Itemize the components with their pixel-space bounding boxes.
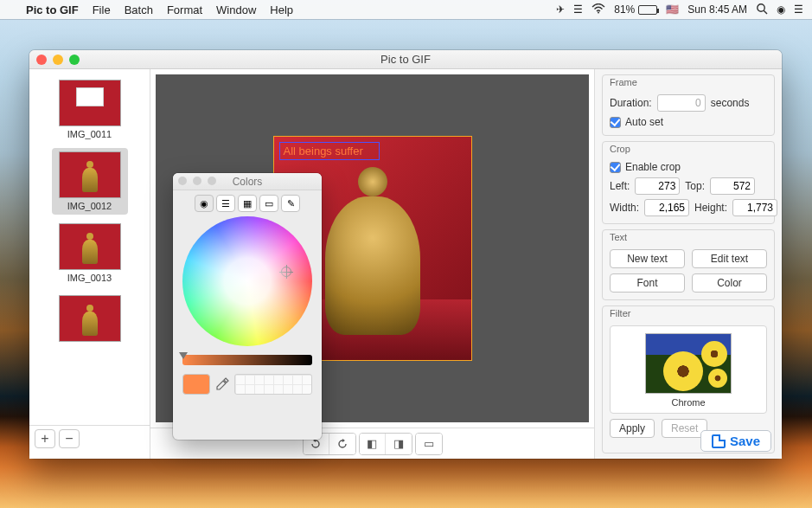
- brightness-knob[interactable]: [179, 352, 188, 359]
- window-close-button[interactable]: [36, 55, 47, 65]
- spotlight-icon[interactable]: [756, 3, 768, 17]
- menubar-plane-icon[interactable]: ✈︎: [556, 3, 565, 16]
- thumb-image: [59, 223, 121, 270]
- app-menu[interactable]: Pic to GIF: [26, 3, 79, 16]
- filter-panel-title: Filter: [603, 306, 774, 320]
- crop-left-field[interactable]: [635, 177, 680, 195]
- duration-field[interactable]: [657, 94, 706, 112]
- window-zoom-button[interactable]: [69, 55, 80, 65]
- photo-subject: [325, 196, 420, 335]
- crop-height-field[interactable]: [732, 199, 777, 216]
- add-image-button[interactable]: +: [35, 429, 55, 448]
- menubar-wifi-icon[interactable]: [591, 3, 605, 16]
- crop-panel: Crop Enable crop Left: Top: Width: Heigh…: [602, 141, 775, 224]
- thumb-item[interactable]: IMG_0011: [52, 76, 128, 143]
- crop-top-label: Top:: [685, 180, 705, 192]
- autoset-label: Auto set: [625, 116, 663, 128]
- color-wheel[interactable]: [182, 216, 312, 346]
- menubar-clock[interactable]: Sun 8:45 AM: [687, 3, 747, 16]
- wheel-tab-icon[interactable]: ◉: [195, 195, 214, 212]
- siri-icon[interactable]: ◉: [777, 3, 785, 16]
- palette-tab-icon[interactable]: ▦: [238, 195, 257, 212]
- thumb-item[interactable]: IMG_0013: [52, 220, 128, 286]
- svg-point-1: [758, 3, 764, 10]
- save-label: Save: [730, 434, 760, 448]
- brightness-slider[interactable]: [182, 355, 312, 365]
- svg-line-2: [764, 10, 767, 14]
- save-button[interactable]: Save: [700, 430, 771, 452]
- crop-height-label: Height:: [694, 202, 727, 214]
- menu-file[interactable]: File: [93, 3, 111, 16]
- battery-percent: 81%: [614, 3, 635, 16]
- text-panel-title: Text: [603, 230, 774, 244]
- crop-width-field[interactable]: [644, 199, 689, 216]
- flip-vertical-button[interactable]: ◨: [386, 434, 412, 454]
- menubar-flag-icon[interactable]: 🇺🇸: [666, 3, 679, 16]
- colors-minimize-button[interactable]: [193, 177, 201, 185]
- svg-point-0: [598, 11, 599, 13]
- menubar-battery[interactable]: 81%: [614, 3, 657, 16]
- swatch-grid[interactable]: [234, 374, 312, 395]
- thumb-item[interactable]: [52, 292, 128, 348]
- remove-image-button[interactable]: −: [59, 429, 80, 448]
- thumb-image: [59, 151, 121, 198]
- seconds-label: seconds: [711, 97, 750, 109]
- rotate-ccw-button[interactable]: [329, 434, 355, 454]
- colors-panel[interactable]: Colors ◉ ☰ ▦ ▭ ✎: [173, 173, 322, 440]
- enable-crop-label: Enable crop: [625, 161, 681, 173]
- app-window: Pic to GIF IMG_0011 IMG_0012 IMG_0013 +: [29, 50, 782, 459]
- inspector-panel: Frame Duration: seconds Auto set Crop En…: [595, 69, 782, 459]
- font-button[interactable]: Font: [610, 273, 685, 293]
- aspect-button[interactable]: ▭: [416, 434, 442, 454]
- colors-titlebar[interactable]: Colors: [173, 173, 322, 190]
- crop-top-field[interactable]: [710, 177, 755, 195]
- eyedropper-icon[interactable]: [215, 377, 229, 391]
- frame-panel-title: Frame: [603, 75, 774, 89]
- current-color-swatch[interactable]: [182, 374, 210, 395]
- colors-zoom-button[interactable]: [208, 177, 216, 185]
- menu-format[interactable]: Format: [167, 3, 202, 16]
- pencils-tab-icon[interactable]: ✎: [281, 195, 300, 212]
- edit-text-button[interactable]: Edit text: [692, 249, 767, 268]
- colors-title: Colors: [233, 176, 263, 188]
- menu-help[interactable]: Help: [270, 3, 293, 16]
- menu-window[interactable]: Window: [216, 3, 256, 16]
- wheel-cursor-icon[interactable]: [281, 267, 291, 277]
- notification-center-icon[interactable]: ☰: [794, 3, 803, 16]
- window-minimize-button[interactable]: [53, 55, 63, 65]
- duration-label: Duration:: [610, 97, 652, 109]
- sliders-tab-icon[interactable]: ☰: [216, 195, 235, 212]
- autoset-checkbox[interactable]: [610, 117, 621, 128]
- filter-preview[interactable]: Chrome: [610, 325, 767, 414]
- crop-panel-title: Crop: [603, 142, 774, 156]
- frame-panel: Frame Duration: seconds Auto set: [602, 74, 775, 136]
- menu-batch[interactable]: Batch: [125, 3, 153, 16]
- thumb-label: IMG_0012: [67, 201, 112, 211]
- text-overlay[interactable]: All beings suffer: [279, 142, 380, 160]
- menubar-disk-icon[interactable]: ☰: [573, 3, 583, 16]
- image-tab-icon[interactable]: ▭: [259, 195, 278, 212]
- save-icon: [712, 434, 726, 448]
- crop-width-label: Width:: [610, 202, 639, 214]
- color-button[interactable]: Color: [692, 273, 767, 293]
- filter-thumbnail: [645, 333, 732, 394]
- thumb-item[interactable]: IMG_0012: [52, 148, 128, 215]
- thumb-label: IMG_0013: [67, 273, 112, 283]
- picker-mode-tabs: ◉ ☰ ▦ ▭ ✎: [173, 190, 322, 216]
- window-title: Pic to GIF: [380, 53, 431, 66]
- window-titlebar[interactable]: Pic to GIF: [29, 50, 782, 69]
- thumb-label: IMG_0011: [67, 129, 112, 139]
- thumbnail-sidebar: IMG_0011 IMG_0012 IMG_0013 + −: [29, 69, 150, 459]
- crop-left-label: Left:: [610, 180, 630, 192]
- thumb-image: [59, 80, 121, 126]
- new-text-button[interactable]: New text: [610, 249, 685, 268]
- enable-crop-checkbox[interactable]: [610, 162, 621, 173]
- flip-horizontal-button[interactable]: ◧: [360, 434, 386, 454]
- text-panel: Text New text Edit text Font Color: [602, 229, 775, 300]
- macos-menubar: Pic to GIF File Batch Format Window Help…: [0, 0, 812, 19]
- thumb-image: [59, 295, 121, 342]
- apply-filter-button[interactable]: Apply: [610, 419, 655, 438]
- filter-name: Chrome: [671, 397, 705, 408]
- colors-close-button[interactable]: [178, 177, 187, 185]
